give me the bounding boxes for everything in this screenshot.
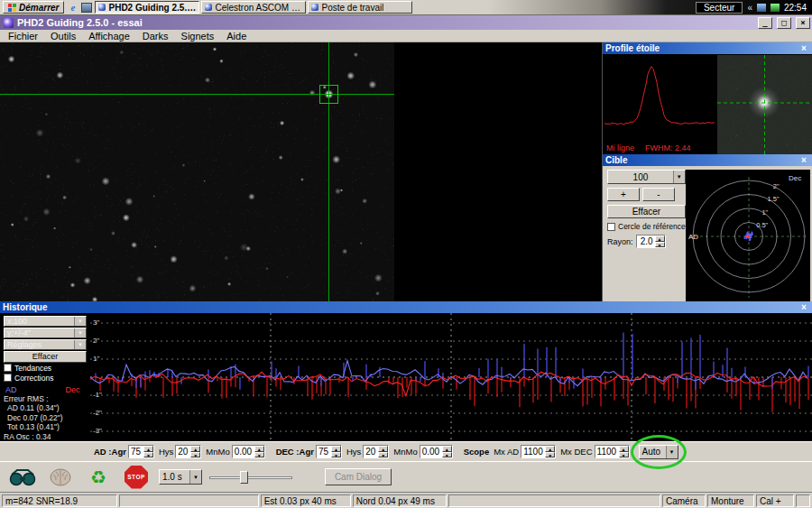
guide-button[interactable] <box>45 465 76 490</box>
target-titlebar[interactable]: Cible × <box>603 154 812 166</box>
secteur-button[interactable]: Secteur <box>696 2 743 14</box>
choice-value: Réglages <box>5 340 74 349</box>
close-icon[interactable]: × <box>798 155 809 165</box>
taskbar-task-button[interactable]: Celestron ASCOM Driver ... <box>201 1 306 14</box>
slider-track <box>209 476 292 479</box>
radius-label: Rayon: <box>607 237 633 246</box>
windows-logo-icon <box>8 4 16 12</box>
ra-aggression-spinner[interactable]: 75▲▼ <box>128 445 154 458</box>
target-clear-button[interactable]: Effacer <box>607 205 686 218</box>
close-icon[interactable]: × <box>798 43 809 53</box>
minimize-button[interactable]: _ <box>758 17 772 29</box>
brain-icon <box>49 467 72 487</box>
quick-launch-desktop-icon[interactable] <box>81 3 92 13</box>
flag-pane <box>13 4 16 7</box>
history-title: Historique <box>3 302 47 312</box>
zoom-in-button[interactable]: + <box>607 188 640 201</box>
target-zoom-dropdown[interactable]: 100 ▼ <box>607 170 686 184</box>
checkbox-label: Tendances <box>14 364 51 373</box>
close-button[interactable]: × <box>796 17 810 29</box>
x-scale-dropdown[interactable]: x:100 ▼ <box>4 316 87 327</box>
ra-legend-label[interactable]: AD <box>5 385 17 394</box>
start-label: Démarrer <box>19 3 59 13</box>
spin-value: 0.00 <box>233 446 254 457</box>
window-title: PHD2 Guiding 2.5.0 - essai <box>17 17 753 28</box>
y-axis-tick: -3" <box>93 427 102 435</box>
star-closeup-image <box>717 55 812 154</box>
taskbar-task-button[interactable]: PHD2 Guiding 2.5.0 ... <box>95 1 199 14</box>
chevron-down-icon: ▼ <box>673 171 685 183</box>
ring-label: 1.5" <box>767 195 779 203</box>
spin-down-icon[interactable]: ▼ <box>442 452 452 458</box>
dec-aggression-spinner[interactable]: 75▲▼ <box>316 445 342 458</box>
spin-buttons: ▲▼ <box>655 236 665 247</box>
trend-checkbox[interactable]: Tendances <box>4 364 87 373</box>
loop-exposure-button[interactable]: ♻ <box>83 465 114 490</box>
dec-minmove-label: MnMo <box>393 447 417 457</box>
menu-fichier[interactable]: Fichier <box>2 31 44 42</box>
spin-down-icon[interactable]: ▼ <box>254 452 264 458</box>
start-button[interactable]: Démarrer <box>3 1 64 14</box>
network-icon[interactable] <box>770 4 780 12</box>
dec-hysteresis-spinner[interactable]: 20▲▼ <box>363 445 389 458</box>
menu-signets[interactable]: Signets <box>175 31 221 42</box>
spin-down-icon[interactable]: ▼ <box>545 452 555 458</box>
history-titlebar[interactable]: Historique × <box>0 301 812 313</box>
corrections-checkbox[interactable]: ✓ Corrections <box>4 374 87 383</box>
checkbox-label: Cercle de référence <box>618 222 686 231</box>
maximize-button[interactable]: □ <box>777 17 791 29</box>
dec-correction-status: Nord 0.04 px 49 ms <box>353 494 447 507</box>
spin-buttons: ▲▼ <box>190 446 200 457</box>
radius-spinner[interactable]: 2.0 ▲▼ <box>636 235 666 248</box>
history-panel: Historique × x:100 ▼ y:+/-4" ▼ Réglages … <box>0 301 812 461</box>
scope-group-label: Scope <box>464 447 490 457</box>
cam-dialog-button[interactable]: Cam Dialog <box>325 468 392 485</box>
spin-buttons: ▲▼ <box>331 446 341 457</box>
ra-hysteresis-spinner[interactable]: 20▲▼ <box>175 445 201 458</box>
star-profile-titlebar[interactable]: Profile étoile × <box>603 42 812 54</box>
ring-label: 0.5" <box>756 221 768 229</box>
camera-image[interactable] <box>0 42 394 301</box>
auto-dropdown[interactable]: Auto▼ <box>639 445 678 459</box>
guiding-parameter-bar: AD :Agr75▲▼Hys20▲▼MnMo0.00▲▼DEC :Agr75▲▼… <box>0 441 812 461</box>
y-scale-dropdown[interactable]: y:+/-4" ▼ <box>4 328 87 338</box>
dec-minmove-spinner[interactable]: 0.00▲▼ <box>420 445 453 458</box>
display-icon[interactable] <box>757 4 766 12</box>
stop-button[interactable]: STOP <box>121 465 152 490</box>
ra-minmove-spinner[interactable]: 0.00▲▼ <box>232 445 265 458</box>
menu-affichage[interactable]: Affichage <box>82 31 136 42</box>
stretch-slider[interactable] <box>209 470 292 485</box>
slider-thumb[interactable] <box>240 471 248 484</box>
spin-down-icon[interactable]: ▼ <box>143 452 153 458</box>
menu-darks[interactable]: Darks <box>136 31 175 42</box>
dec-group-label: DEC :Agr <box>276 447 314 457</box>
window-titlebar[interactable]: PHD2 Guiding 2.5.0 - essai _ □ × <box>0 15 812 30</box>
exposure-dropdown[interactable]: 1.0 s ▼ <box>159 469 202 485</box>
star-stats: m=842 SNR=18.9 <box>2 494 117 507</box>
dec-legend-label[interactable]: Dec <box>66 385 80 394</box>
spin-down-icon[interactable]: ▼ <box>378 452 388 458</box>
spin-down-icon[interactable]: ▼ <box>619 452 629 458</box>
taskbar-task-button[interactable]: Poste de travail <box>308 1 412 14</box>
tray-expand-chevron[interactable]: « <box>747 3 752 13</box>
reference-circle-checkbox[interactable]: Cercle de référence <box>607 222 686 231</box>
star-profile-body: Mi ligne FWHM: 2.44 <box>603 54 812 154</box>
max-dec-spinner[interactable]: 1100▲▼ <box>595 445 630 458</box>
profile-mode-label[interactable]: Mi ligne <box>606 143 634 152</box>
quick-launch-browser-icon[interactable]: e <box>67 2 78 14</box>
camera-connect-button[interactable] <box>7 465 38 490</box>
max-ra-spinner[interactable]: 1100▲▼ <box>521 445 556 458</box>
spin-down-icon[interactable]: ▼ <box>655 242 665 248</box>
history-clear-button[interactable]: Effacer <box>4 351 87 362</box>
ra-group-label: AD :Agr <box>94 447 126 457</box>
rms-heading: Erreur RMS : <box>4 395 87 404</box>
settings-dropdown[interactable]: Réglages ▼ <box>4 339 87 350</box>
camera-view[interactable] <box>0 42 602 301</box>
menu-outils[interactable]: Outils <box>44 31 82 42</box>
zoom-out-button[interactable]: - <box>642 188 675 201</box>
menu-aide[interactable]: Aide <box>220 31 253 42</box>
spin-down-icon[interactable]: ▼ <box>190 452 200 458</box>
spin-down-icon[interactable]: ▼ <box>331 452 341 458</box>
taskbar-task-list: PHD2 Guiding 2.5.0 ...Celestron ASCOM Dr… <box>95 1 412 14</box>
close-icon[interactable]: × <box>798 302 809 312</box>
